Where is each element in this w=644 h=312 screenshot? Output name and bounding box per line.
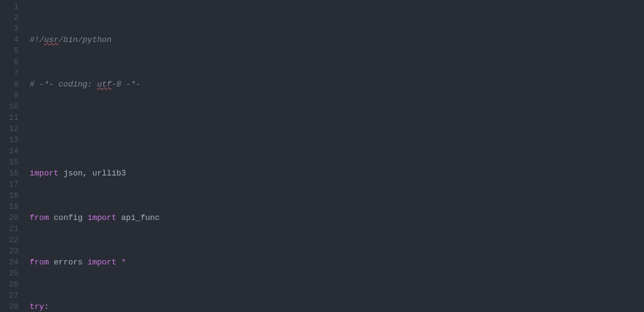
line-number: 27 — [0, 290, 19, 301]
line-number: 19 — [0, 201, 19, 213]
code-line[interactable]: try: — [30, 301, 644, 312]
line-number: 3 — [0, 23, 19, 35]
code-line[interactable]: from config import api_func — [30, 213, 644, 224]
line-number: 18 — [0, 190, 19, 201]
code-line[interactable]: import json, urllib3 — [30, 168, 644, 179]
code-line[interactable]: from errors import * — [30, 257, 644, 268]
line-number: 24 — [0, 257, 19, 268]
line-number: 13 — [0, 135, 19, 146]
line-number-gutter: 1 2 3 4 5 6 7 8 9 10 11 12 13 14 15 16 1… — [0, 0, 23, 312]
code-editor[interactable]: 1 2 3 4 5 6 7 8 9 10 11 12 13 14 15 16 1… — [0, 0, 644, 312]
line-number: 2 — [0, 12, 19, 23]
line-number: 15 — [0, 157, 19, 168]
line-number: 6 — [0, 57, 19, 68]
line-number: 4 — [0, 35, 19, 46]
line-number: 10 — [0, 101, 19, 112]
line-number: 14 — [0, 146, 19, 157]
line-number: 16 — [0, 168, 19, 179]
line-number: 11 — [0, 112, 19, 124]
line-number: 28 — [0, 301, 19, 312]
line-number: 21 — [0, 224, 19, 235]
line-number: 8 — [0, 79, 19, 90]
line-number: 9 — [0, 90, 19, 101]
code-line[interactable]: # -*- coding: utf-8 -*- — [30, 79, 644, 90]
line-number: 1 — [0, 1, 19, 12]
line-number: 25 — [0, 268, 19, 279]
line-number: 17 — [0, 179, 19, 190]
code-line[interactable]: #!/usr/bin/python — [30, 35, 644, 46]
line-number: 7 — [0, 68, 19, 79]
line-number: 26 — [0, 279, 19, 290]
line-number: 22 — [0, 235, 19, 246]
line-number: 12 — [0, 124, 19, 135]
code-content[interactable]: #!/usr/bin/python # -*- coding: utf-8 -*… — [23, 0, 644, 312]
line-number: 5 — [0, 46, 19, 57]
code-line[interactable] — [30, 124, 644, 135]
line-number: 20 — [0, 213, 19, 224]
line-number: 23 — [0, 246, 19, 257]
